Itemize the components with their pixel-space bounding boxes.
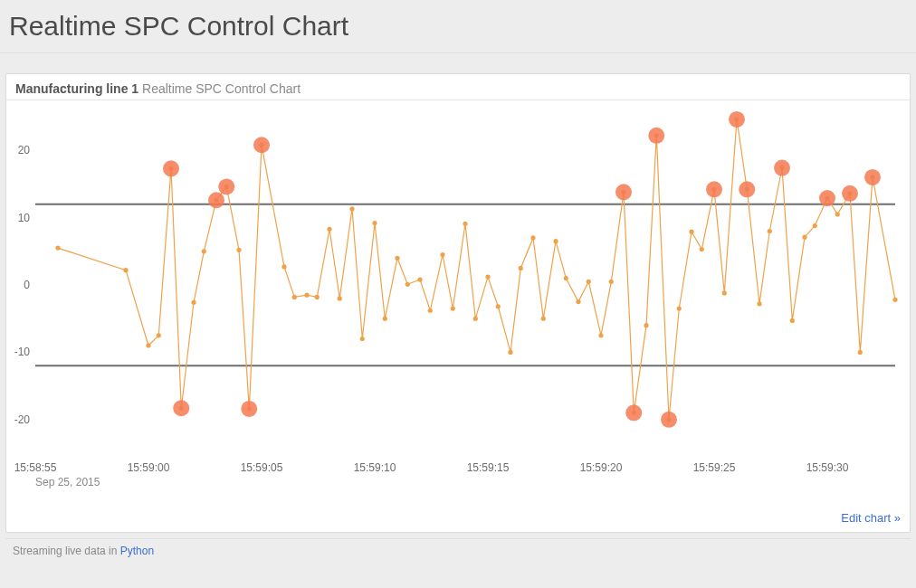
python-link[interactable]: Python: [120, 545, 154, 557]
svg-text:15:59:15: 15:59:15: [467, 461, 510, 474]
svg-text:15:59:20: 15:59:20: [580, 461, 623, 474]
svg-point-23: [202, 249, 206, 253]
svg-point-38: [383, 317, 387, 321]
svg-point-44: [451, 306, 455, 310]
svg-point-71: [757, 301, 761, 306]
svg-point-39: [395, 256, 399, 261]
svg-text:10: 10: [18, 212, 31, 224]
svg-text:15:59:00: 15:59:00: [128, 461, 170, 474]
svg-text:0: 0: [24, 279, 30, 291]
svg-point-97: [819, 190, 835, 206]
panel-title: Manufacturing line 1 Realtime SPC Contro…: [6, 74, 910, 100]
svg-point-84: [173, 400, 189, 416]
edit-row: Edit chart »: [6, 507, 910, 532]
svg-point-48: [496, 304, 501, 308]
svg-point-46: [473, 317, 478, 321]
svg-point-85: [208, 192, 224, 208]
svg-point-88: [253, 137, 270, 153]
svg-point-40: [406, 282, 410, 287]
svg-point-78: [835, 212, 840, 216]
svg-text:15:59:25: 15:59:25: [693, 461, 736, 474]
svg-point-37: [372, 221, 377, 225]
svg-point-34: [338, 296, 342, 300]
svg-point-57: [598, 333, 603, 337]
panel-subtitle: Realtime SPC Control Chart: [142, 81, 301, 96]
streaming-text: Streaming live data in: [13, 545, 120, 557]
chart-area[interactable]: -20-100102015:58:55Sep 25, 201515:59:001…: [6, 100, 910, 507]
svg-point-26: [236, 248, 241, 252]
svg-point-19: [157, 333, 161, 337]
svg-point-96: [774, 160, 790, 176]
svg-text:-20: -20: [14, 413, 31, 426]
svg-point-31: [304, 293, 309, 298]
svg-point-51: [530, 235, 535, 240]
manufacturing-line-label: Manufacturing line 1: [15, 81, 138, 96]
svg-point-61: [644, 323, 648, 327]
svg-point-91: [648, 128, 664, 144]
svg-point-56: [587, 280, 591, 284]
page-title: Realtime SPC Control Chart: [9, 11, 907, 42]
svg-point-92: [661, 412, 677, 428]
svg-point-58: [609, 280, 614, 284]
svg-point-52: [541, 317, 546, 321]
svg-point-54: [564, 276, 568, 280]
svg-point-99: [864, 169, 881, 185]
svg-text:15:58:55: 15:58:55: [14, 461, 57, 474]
svg-point-42: [428, 308, 433, 313]
svg-text:20: 20: [18, 144, 31, 156]
svg-point-43: [440, 252, 444, 257]
svg-point-22: [191, 300, 196, 305]
svg-point-90: [625, 404, 642, 421]
svg-point-36: [360, 337, 365, 341]
svg-point-45: [463, 222, 467, 226]
svg-point-98: [842, 185, 858, 202]
svg-point-41: [417, 277, 422, 281]
svg-text:15:59:05: 15:59:05: [241, 461, 283, 474]
svg-text:15:59:30: 15:59:30: [806, 461, 849, 474]
svg-point-32: [315, 295, 320, 299]
svg-point-30: [292, 295, 297, 299]
svg-point-76: [813, 223, 817, 228]
svg-point-72: [768, 229, 772, 233]
page-header: Realtime SPC Control Chart: [0, 0, 916, 53]
svg-point-89: [615, 184, 632, 200]
svg-point-18: [146, 343, 150, 347]
svg-point-87: [241, 401, 257, 417]
svg-point-82: [892, 298, 897, 302]
svg-text:-10: -10: [14, 346, 31, 358]
svg-point-17: [123, 268, 128, 272]
svg-point-80: [858, 350, 863, 355]
svg-point-74: [790, 318, 795, 323]
svg-point-35: [349, 206, 354, 211]
svg-point-64: [677, 306, 682, 310]
spc-chart-svg: -20-100102015:58:55Sep 25, 201515:59:001…: [6, 100, 911, 507]
svg-point-68: [722, 290, 727, 295]
svg-point-47: [485, 274, 490, 279]
svg-point-33: [327, 227, 331, 232]
svg-point-75: [802, 235, 806, 240]
svg-point-55: [576, 299, 580, 304]
edit-chart-link[interactable]: Edit chart »: [841, 511, 901, 525]
svg-point-86: [218, 178, 234, 194]
svg-point-53: [553, 239, 558, 243]
svg-point-93: [706, 181, 722, 197]
svg-point-65: [689, 230, 693, 234]
svg-text:15:59:10: 15:59:10: [354, 461, 396, 474]
svg-point-66: [700, 247, 704, 251]
svg-text:Sep 25, 2015: Sep 25, 2015: [35, 476, 100, 488]
streaming-footer: Streaming live data in Python: [5, 538, 911, 563]
svg-point-83: [163, 160, 179, 176]
svg-point-95: [739, 181, 755, 197]
chart-panel: Manufacturing line 1 Realtime SPC Contro…: [5, 73, 911, 533]
svg-point-50: [519, 266, 523, 270]
svg-point-49: [508, 350, 512, 355]
svg-point-29: [281, 264, 286, 269]
svg-point-16: [55, 245, 60, 250]
svg-point-94: [729, 111, 745, 128]
